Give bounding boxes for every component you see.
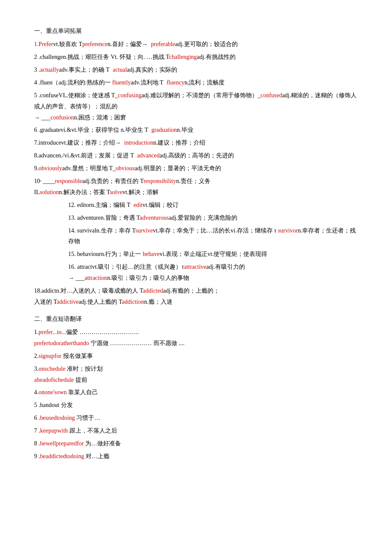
entry-8: 8.advancen./vi.&vt.前进；发展；促进 T advancedad… [34, 150, 358, 161]
section1-title: 一、重点单词拓展 [34, 26, 358, 36]
entry-18: 18.addictn.对…入迷的人；吸毒成瘾的人 Taddictedadj.有瘾… [34, 285, 358, 308]
entry-14: 14. survivaln.生存；幸存 Tsurvivevt.幸存；幸免于；比…… [68, 225, 358, 247]
phrase-7: 7 .keepupwith 跟上，不落人之后 [34, 425, 358, 436]
entry-1: 1.Prefervt.较喜欢 Tpreferencen.喜好；偏爱→ prefe… [34, 39, 358, 50]
entry-6: 6 .graduatevi.&vt.毕业；获得学位 n.毕业生 T gradua… [34, 125, 358, 136]
phrase-8: 8 .bewellpreparedfor 为…做好准备 [34, 438, 358, 449]
entry-4: 4 .fluен（adj.流利的:熟练的一 fluentlyadv.流利地 T … [34, 77, 358, 88]
entry-9: 9.obviouslyadv.显然；明显地 T_obviousadj.明显的；显… [34, 163, 358, 174]
entry-3: 3 .actuallyadv.事实上；的确 T actualadj.真实的；实际… [34, 64, 358, 76]
phrase-4: 4.onone'sown 靠某人自己 [34, 387, 358, 398]
phrase-9: 9 .beaddictedtodoing 对…上瘾 [34, 451, 358, 462]
entry-2: 2 .challengen.挑战；艰巨任务 Vt. 怀疑；向. …挑战 Tcha… [34, 52, 358, 63]
section2-title: 二、重点短语翻译 [34, 314, 358, 324]
entry-12: 12. editorn.主编；编辑 T editvt.编辑；校订 [68, 200, 358, 211]
document-container: 一、重点单词拓展 1.Prefervt.较喜欢 Tpreferencen.喜好；… [34, 26, 358, 462]
entry-16: 16. attractvt.吸引；引起…的注意（或兴趣）τattractivea… [68, 262, 358, 284]
entry-13: 13. adventuren.冒险；奇遇 Tadventurousadj.爱冒险… [68, 212, 358, 224]
entry-15: 15. behaviourn.行为；举止一 behavevi.表现；举止端正vt… [68, 249, 358, 260]
entry-7: 7.introducevt.建议；推荐；介绍→ introductionn.建议… [34, 137, 358, 148]
entry-5: 5 .confuseVL.使糊涂；使迷感 T_confusingadj.难以理解… [34, 90, 358, 123]
phrase-6: 6 .beusedtodoing 习惯于… [34, 413, 358, 424]
phrase-5: 5 .handout 分发 [34, 400, 358, 411]
phrase-2: 2.signupfor 报名做某事 [34, 351, 358, 362]
phrase-3: 3.onschedule 准时；按计划 aheadofschedule 提前 [34, 363, 358, 386]
entry-10: 10· ____responsibleadj.负责的；有责任的 Trespons… [34, 176, 358, 198]
phrase-1: 1.prefer...to...偏爱 ………………………… prefertodo… [34, 327, 358, 349]
